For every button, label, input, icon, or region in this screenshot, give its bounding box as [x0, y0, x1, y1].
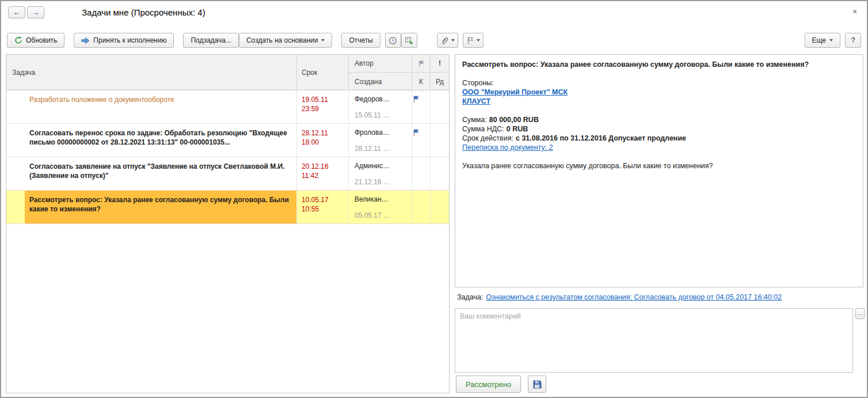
refresh-button[interactable]: Обновить [7, 33, 64, 48]
clock-icon [389, 36, 397, 45]
bottom-actions: Рассмотрено [456, 376, 546, 393]
table-row-selected[interactable]: Рассмотреть вопрос: Указала ранее соглас… [6, 191, 449, 224]
create-based-on-label: Создать на основании [246, 36, 318, 44]
task-subject: Разработать положение о документообороте [25, 90, 296, 123]
comment-more-button[interactable]: ... [855, 308, 865, 319]
forward-arrow-icon: → [32, 8, 40, 17]
more-button[interactable]: Еще [805, 33, 840, 48]
comment-input[interactable] [455, 308, 853, 373]
column-header-k[interactable]: К [412, 73, 431, 90]
back-button[interactable]: ← [8, 6, 25, 18]
parties-label: Стороны: [462, 78, 856, 88]
task-subject: Рассмотреть вопрос: Указала ранее соглас… [25, 191, 296, 223]
task-deadline: 28.12.1118:00 [297, 124, 349, 157]
details-title: Рассмотреть вопрос: Указала ранее соглас… [462, 60, 856, 69]
flag-icon [466, 36, 474, 45]
comment-area [455, 308, 853, 373]
validity-label: Срок действия: [462, 134, 513, 142]
flag-menu-button[interactable] [463, 33, 484, 48]
column-header-importance[interactable]: ! [431, 55, 449, 73]
chevron-down-icon [321, 39, 325, 41]
task-author: Великан… [355, 195, 412, 203]
timer-button[interactable] [385, 33, 401, 48]
paperclip-icon [440, 36, 449, 45]
question-text: Указала ранее согласованную сумму догово… [462, 161, 856, 170]
back-arrow-icon: ← [13, 8, 21, 17]
chevron-down-icon [829, 39, 833, 41]
table-row[interactable]: Согласовать заявление на отпуск "Заявлен… [6, 157, 449, 191]
table-row[interactable]: Согласовать перенос срока по задаче: Обр… [6, 124, 449, 157]
correspondence-link[interactable]: Переписка по документу: 2 [462, 143, 553, 151]
refresh-icon [14, 36, 22, 44]
accept-arrow-icon [81, 37, 90, 44]
task-details: Рассмотреть вопрос: Указала ранее соглас… [455, 54, 863, 287]
column-header-author[interactable]: Автор [349, 55, 412, 73]
accept-label: Принять к исполнению [93, 36, 166, 44]
sum-label: Сумма: [462, 116, 487, 124]
create-based-on-button[interactable]: Создать на основании [239, 33, 333, 48]
chevron-down-icon [451, 39, 455, 41]
task-author: Админис… [355, 162, 412, 170]
main-toolbar: Обновить Принять к исполнению Подзадача.… [7, 32, 861, 48]
reviewed-button[interactable]: Рассмотрено [456, 376, 521, 393]
party-link-2[interactable]: КЛАУСТ [462, 97, 490, 105]
task-created: 28.12.11 … [355, 145, 412, 153]
accept-button[interactable]: Принять к исполнению [74, 33, 174, 48]
column-header-rd[interactable]: Рд [431, 73, 449, 90]
task-deadline: 10.05.1710:55 [297, 191, 349, 223]
table-row[interactable]: Разработать положение о документообороте… [6, 90, 449, 124]
table-export-icon [405, 36, 413, 45]
column-header-task[interactable]: Задача [6, 55, 297, 90]
help-label: ? [851, 36, 855, 44]
export-table-button[interactable] [401, 33, 417, 48]
task-author: Фролова… [355, 128, 412, 137]
task-created: 15.05.11 … [355, 111, 412, 119]
task-table-header: Задача Срок Автор Создана ! К Рд [6, 55, 449, 90]
task-author: Федоров… [355, 95, 412, 103]
help-button[interactable]: ? [845, 33, 861, 48]
task-subject: Согласовать заявление на отпуск "Заявлен… [25, 157, 296, 190]
floppy-disk-icon [532, 380, 542, 389]
column-header-deadline[interactable]: Срок [297, 55, 349, 90]
parent-task-line: Задача:Ознакомиться с результатом соглас… [457, 293, 782, 301]
validity-value: с 31.08.2016 по 31.12.2016 Допускает про… [516, 134, 686, 142]
page-title: Задачи мне (Просроченных: 4) [82, 7, 205, 17]
vat-value: 0 RUB [507, 125, 528, 133]
vat-label: Сумма НДС: [462, 125, 504, 133]
column-header-flag[interactable] [412, 55, 431, 73]
flag-icon [412, 95, 430, 103]
save-button[interactable] [528, 376, 546, 393]
task-subject: Согласовать перенос срока по задаче: Обр… [25, 124, 296, 157]
history-nav: ← → [8, 6, 44, 18]
task-created: 05.05.17 … [355, 211, 412, 219]
reports-label: Отчеты [349, 36, 372, 44]
attachments-button[interactable] [437, 33, 458, 48]
flag-column-icon [418, 60, 425, 67]
refresh-label: Обновить [26, 36, 57, 44]
close-icon[interactable]: × [850, 7, 860, 16]
task-created: 21.12.16 … [355, 178, 412, 186]
task-deadline: 20.12.1611:42 [297, 157, 349, 190]
task-table: Задача Срок Автор Создана ! К Рд Разрабо… [6, 54, 450, 393]
subtask-label: Подзадача... [191, 36, 231, 44]
reports-button[interactable]: Отчеты [341, 33, 380, 48]
task-label: Задача: [457, 293, 483, 301]
parent-task-link[interactable]: Ознакомиться с результатом согласования:… [486, 293, 782, 301]
party-link-1[interactable]: ООО "Меркурий Проект" МСК [462, 88, 568, 96]
task-deadline: 19.05.1123:59 [297, 90, 349, 123]
tasks-window: ← → Задачи мне (Просроченных: 4) × Обнов… [0, 0, 868, 398]
flag-icon [412, 128, 430, 137]
chevron-down-icon [477, 39, 480, 41]
column-header-created[interactable]: Создана [349, 73, 412, 90]
more-label: Еще [812, 36, 826, 44]
subtask-button[interactable]: Подзадача... [183, 33, 239, 48]
forward-button[interactable]: → [27, 6, 44, 18]
reviewed-label: Рассмотрено [466, 380, 511, 389]
sum-value: 80 000,00 RUB [489, 116, 539, 124]
